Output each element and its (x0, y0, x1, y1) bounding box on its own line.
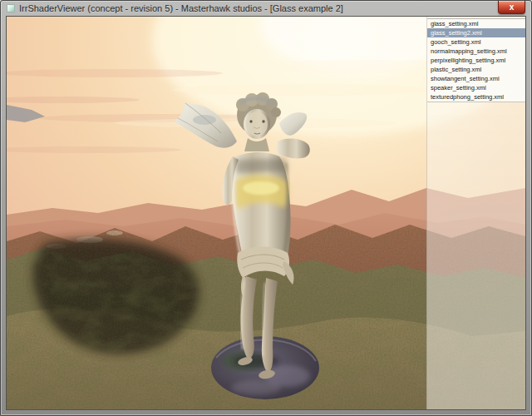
list-item-plastic-setting[interactable]: plastic_setting.xml (427, 65, 525, 74)
list-item-texturedphong-setting[interactable]: texturedphong_setting.xml (427, 92, 525, 102)
shader-list[interactable]: glass_setting.xml glass_setting2.xml goo… (427, 18, 525, 102)
shader-panel: glass_setting.xml glass_setting2.xml goo… (426, 17, 525, 409)
app-window: IrrShaderViewer (concept - revision 5) -… (0, 0, 532, 416)
list-item-perpixellighting-setting[interactable]: perpixellighting_setting.xml (427, 56, 525, 65)
close-button[interactable]: x (498, 1, 525, 14)
list-item-speaker-setting[interactable]: speaker_setting.xml (427, 83, 525, 92)
viewport-3d[interactable]: glass_setting.xml glass_setting2.xml goo… (6, 16, 526, 410)
list-item-normalmapping-setting[interactable]: normalmapping_setting.xml (427, 47, 525, 56)
titlebar[interactable]: IrrShaderViewer (concept - revision 5) -… (1, 1, 531, 16)
list-item-glass-setting2[interactable]: glass_setting2.xml (427, 28, 525, 37)
close-icon: x (510, 2, 515, 12)
list-item-glass-setting[interactable]: glass_setting.xml (427, 19, 525, 28)
list-item-showtangent-setting[interactable]: showtangent_setting.xml (427, 74, 525, 83)
list-item-gooch-setting[interactable]: gooch_setting.xml (427, 37, 525, 47)
app-icon (7, 4, 15, 12)
window-title: IrrShaderViewer (concept - revision 5) -… (19, 3, 343, 13)
